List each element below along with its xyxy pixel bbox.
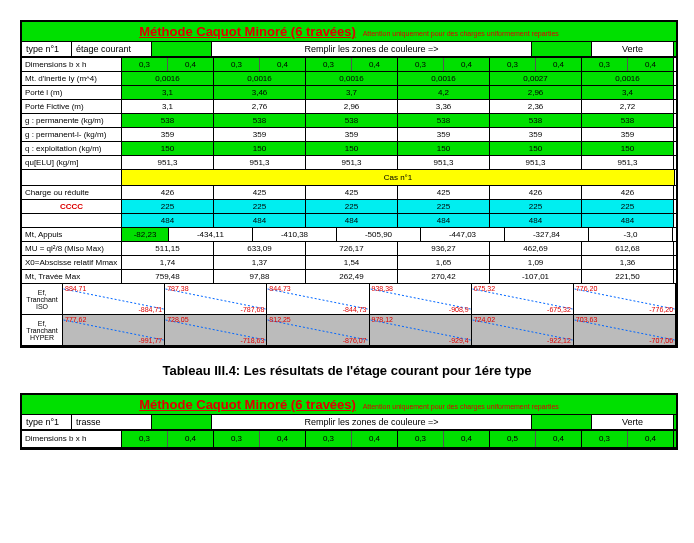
cell: 426 [582,186,674,199]
cell: 1,65 [398,256,490,269]
type-val: étage courant [72,42,152,56]
cell: 3,1 [122,86,214,99]
cell: 2,96 [306,100,398,113]
cell: -107,01 [490,270,582,283]
cell: 4,2 [398,86,490,99]
cell: 1,54 [306,256,398,269]
cell: 2,36 [490,100,582,113]
cell: 1,74 [122,256,214,269]
table2: Méthode Caquot Minoré (6 travées) Attent… [20,393,678,450]
cell: 225 [306,200,398,213]
cell: 951,3 [306,156,398,169]
cell: 225 [214,200,306,213]
cell: 97,88 [214,270,306,283]
cell: 150 [490,142,582,155]
cell: 3,36 [398,100,490,113]
row-q: q : exploitation (kg/m)15015015015015015… [22,142,676,156]
cell: 1,09 [490,256,582,269]
shear-hyper: Ef, Tranchant HYPER 777,62-991,77 728,05… [22,315,676,346]
row-charge: Charge ou réduite 426425425425426426 [22,186,676,200]
cell: 2,72 [582,100,674,113]
cell: 359 [582,128,674,141]
cell: 359 [490,128,582,141]
cell: 225 [490,200,582,213]
cell: 538 [398,114,490,127]
cell: 936,27 [398,242,490,255]
row-fictive: Porté Fictive (m)3,12,762,963,362,362,72 [22,100,676,114]
cell: 538 [306,114,398,127]
cas-row: Cas n°1 [22,170,676,186]
cell: 1,36 [582,256,674,269]
cell: 1,37 [214,256,306,269]
cell: 0,0027 [490,72,582,85]
caption: Tableau III.4: Les résultats de l'étage … [20,363,674,378]
cell: 2,96 [490,86,582,99]
cell: 0,0016 [214,72,306,85]
cell: 225 [398,200,490,213]
cell: 484 [306,214,398,227]
cell: 359 [214,128,306,141]
cell: 951,3 [582,156,674,169]
cell: 484 [122,214,214,227]
cell: 511,15 [122,242,214,255]
row-x0: X0=Abscisse relatif Mmax 1,741,371,541,6… [22,256,676,270]
cell: 3,7 [306,86,398,99]
row-gp: g : permanent-l- (kg/m)35935935935935935… [22,128,676,142]
row-mu: MU = ql²/8 (Miso Max) 511,15633,09726,17… [22,242,676,256]
table1: Méthode Caquot Minoré (6 travées) Attent… [20,20,678,348]
cas-label: Cas n°1 [122,170,675,185]
cell: 225 [122,200,214,213]
row-cccc: CCCC 225225225225225225 [22,200,676,214]
cell: 951,3 [490,156,582,169]
cell: 3,4 [582,86,674,99]
cell: 538 [214,114,306,127]
cell: 0,0016 [122,72,214,85]
cell: 150 [306,142,398,155]
cell: 359 [306,128,398,141]
row-appuis: Mt, Appuis -82,23 -434,11-410,38-505,90-… [22,228,676,242]
cell: 538 [490,114,582,127]
t2-dim-row: Dimensions b x h 0,30,40,30,40,30,40,30,… [22,431,676,448]
cell: 262,49 [306,270,398,283]
cell: 426 [490,186,582,199]
cell: 425 [306,186,398,199]
cell: 270,42 [398,270,490,283]
cell: 2,76 [214,100,306,113]
cell: 538 [582,114,674,127]
cell: 462,69 [490,242,582,255]
row-porte: Porté l (m)3,13,463,74,22,963,4 [22,86,676,100]
title-row: Méthode Caquot Minoré (6 travées) Attent… [22,22,676,42]
cell: 150 [214,142,306,155]
cell: 150 [582,142,674,155]
cell: 225 [582,200,674,213]
cell: 150 [398,142,490,155]
cell: 484 [398,214,490,227]
cell: 221,50 [582,270,674,283]
cell: 0,0016 [306,72,398,85]
fill-color: Verte [592,42,674,56]
cell: 150 [122,142,214,155]
cell: 951,3 [122,156,214,169]
row-qu: qu[ELU] (kg/m] 951,3951,3951,3951,3951,3… [22,156,676,170]
cell: 612,68 [582,242,674,255]
cell: 425 [214,186,306,199]
cell: 0,0016 [398,72,490,85]
row-mt: Mt, Travée Max 759,4897,88262,49270,42-1… [22,270,676,284]
cell: 726,17 [306,242,398,255]
fill-label: Remplir les zones de couleure => [212,42,532,56]
row-inertie: Mt. d'inertie Iy (m^4)0,00160,00160,0016… [22,72,676,86]
title: Méthode Caquot Minoré (6 travées) [139,24,356,39]
cell: 951,3 [398,156,490,169]
cell: 3,46 [214,86,306,99]
cell: 484 [490,214,582,227]
cell: 633,09 [214,242,306,255]
shear-iso: Ef, Tranchant ISO 884,71-884,71 787,38-7… [22,284,676,315]
type-label: type n°1 [22,42,72,56]
subtitle: Attention uniquement pour des charges un… [363,30,559,37]
cell: 759,48 [122,270,214,283]
cell: 484 [214,214,306,227]
row-g: g : permanente (kg/m)538538538538538538 [22,114,676,128]
row-dim: Dimensions b x h0,30,40,30,40,30,40,30,4… [22,58,676,72]
cell: 951,3 [214,156,306,169]
cell: 484 [582,214,674,227]
